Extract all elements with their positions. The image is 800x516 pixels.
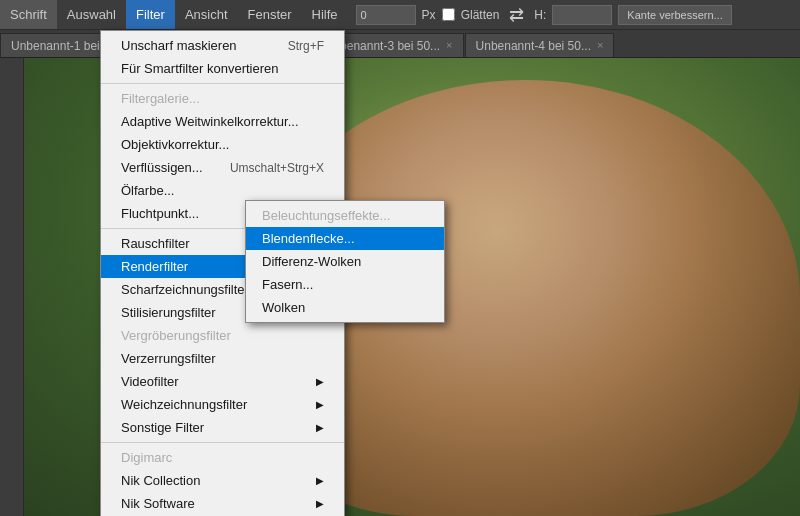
filter-unscharf-shortcut: Strg+F <box>288 39 324 53</box>
filter-menu-niksoftware[interactable]: Nik Software <box>101 492 344 515</box>
menu-item-filter[interactable]: Filter <box>126 0 175 29</box>
filter-scharfzeichnung-label: Scharfzeichnungsfilter <box>121 282 249 297</box>
arrow-icon: ⇄ <box>509 4 524 26</box>
renderfilter-beleuchtung: Beleuchtungseffekte... <box>246 204 444 227</box>
filter-menu-adaptive[interactable]: Adaptive Weitwinkelkorrektur... <box>101 110 344 133</box>
filter-video-label: Videofilter <box>121 374 179 389</box>
smooth-label: Glätten <box>461 8 500 22</box>
filter-stilisierung-label: Stilisierungsfilter <box>121 305 216 320</box>
toolbar-extras: Px Glätten ⇄ H: Kante verbessern... <box>356 4 732 26</box>
tab-close-3[interactable]: × <box>597 40 603 51</box>
filter-smartfilter-label: Für Smartfilter konvertieren <box>121 61 279 76</box>
menu-item-schrift[interactable]: Schrift <box>0 0 57 29</box>
left-panel <box>0 58 24 516</box>
filter-digimarc-label: Digimarc <box>121 450 172 465</box>
filter-adaptive-label: Adaptive Weitwinkelkorrektur... <box>121 114 299 129</box>
h-label: H: <box>534 8 546 22</box>
renderfilter-differenz-wolken-label: Differenz-Wolken <box>262 254 361 269</box>
tab-label-3: Unbenannt-4 bei 50... <box>476 39 591 53</box>
filter-menu-sonstige[interactable]: Sonstige Filter <box>101 416 344 439</box>
filter-objektiv-label: Objektivkorrektur... <box>121 137 229 152</box>
filter-verzerrung-label: Verzerrungsfilter <box>121 351 216 366</box>
filter-sonstige-label: Sonstige Filter <box>121 420 204 435</box>
filter-verfluessigen-shortcut: Umschalt+Strg+X <box>230 161 324 175</box>
smooth-checkbox[interactable] <box>442 8 455 21</box>
renderfilter-fasern-label: Fasern... <box>262 277 313 292</box>
filter-menu-vergröberung: Vergröberungsfilter <box>101 324 344 347</box>
filter-menu-smartfilter[interactable]: Für Smartfilter konvertieren <box>101 57 344 80</box>
filter-menu-nikcollection[interactable]: Nik Collection <box>101 469 344 492</box>
filter-weichzeichnung-label: Weichzeichnungsfilter <box>121 397 247 412</box>
filter-menu-unscharf[interactable]: Unscharf maskieren Strg+F <box>101 34 344 57</box>
filter-oelfarbe-label: Ölfarbe... <box>121 183 174 198</box>
menu-item-auswahl[interactable]: Auswahl <box>57 0 126 29</box>
menu-item-fenster[interactable]: Fenster <box>238 0 302 29</box>
filter-verfluessigen-label: Verflüssigen... <box>121 160 203 175</box>
tab-3[interactable]: Unbenannt-4 bei 50... × <box>465 33 615 57</box>
renderfilter-beleuchtung-label: Beleuchtungseffekte... <box>262 208 390 223</box>
renderfilter-blendenflecke[interactable]: Blendenflecke... <box>246 227 444 250</box>
renderfilter-wolken-label: Wolken <box>262 300 305 315</box>
filter-unscharf-label: Unscharf maskieren <box>121 38 237 53</box>
menu-bar: Schrift Auswahl Filter Ansicht Fenster H… <box>0 0 348 29</box>
filter-menu-digimarc: Digimarc <box>101 446 344 469</box>
filter-renderfilter-label: Renderfilter <box>121 259 188 274</box>
renderfilter-fasern[interactable]: Fasern... <box>246 273 444 296</box>
h-input[interactable] <box>552 5 612 25</box>
renderfilter-blendenflecke-label: Blendenflecke... <box>262 231 355 246</box>
filter-menu-verfluessigen[interactable]: Verflüssigen... Umschalt+Strg+X <box>101 156 344 179</box>
filter-vergroeberung-label: Vergröberungsfilter <box>121 328 231 343</box>
filter-menu-verzerrung[interactable]: Verzerrungsfilter <box>101 347 344 370</box>
filter-niksoftware-label: Nik Software <box>121 496 195 511</box>
filter-menu-oelfarbe[interactable]: Ölfarbe... <box>101 179 344 202</box>
px-input[interactable] <box>356 5 416 25</box>
renderfilter-submenu: Beleuchtungseffekte... Blendenflecke... … <box>245 200 445 323</box>
renderfilter-differenz-wolken[interactable]: Differenz-Wolken <box>246 250 444 273</box>
tab-close-2[interactable]: × <box>446 40 452 51</box>
menu-item-ansicht[interactable]: Ansicht <box>175 0 238 29</box>
renderfilter-wolken[interactable]: Wolken <box>246 296 444 319</box>
filter-nikcollection-label: Nik Collection <box>121 473 200 488</box>
filter-menu-weichzeichnung[interactable]: Weichzeichnungsfilter <box>101 393 344 416</box>
filter-menu-objektiv[interactable]: Objektivkorrektur... <box>101 133 344 156</box>
edge-improve-button[interactable]: Kante verbessern... <box>618 5 731 25</box>
filter-menu-filtergalerie: Filtergalerie... <box>101 87 344 110</box>
toolbar: Schrift Auswahl Filter Ansicht Fenster H… <box>0 0 800 30</box>
divider-1 <box>101 83 344 84</box>
menu-item-hilfe[interactable]: Hilfe <box>302 0 348 29</box>
filter-fluchtpunkt-label: Fluchtpunkt... <box>121 206 199 221</box>
px-label: Px <box>422 8 436 22</box>
divider-3 <box>101 442 344 443</box>
filter-filtergalerie-label: Filtergalerie... <box>121 91 200 106</box>
filter-rauschfilter-label: Rauschfilter <box>121 236 190 251</box>
filter-menu-video[interactable]: Videofilter <box>101 370 344 393</box>
